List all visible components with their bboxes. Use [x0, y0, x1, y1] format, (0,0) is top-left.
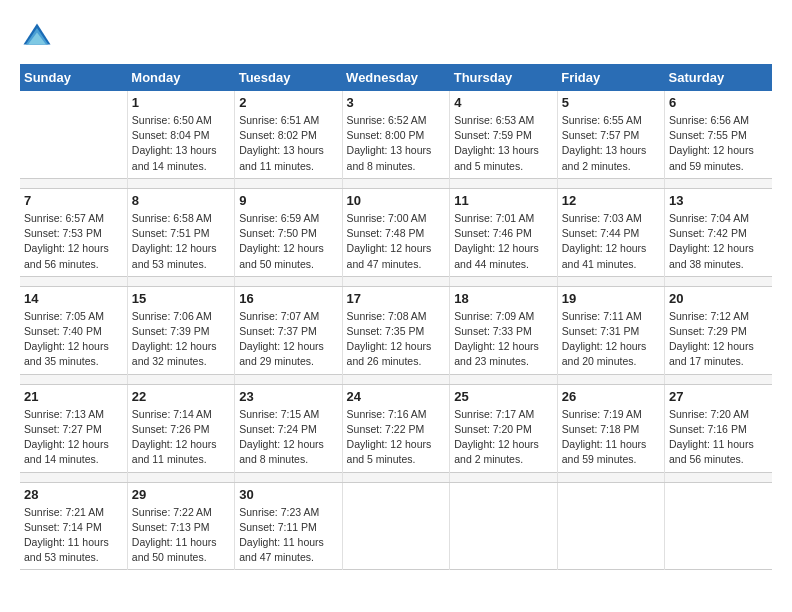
day-info: Sunrise: 7:05 AMSunset: 7:40 PMDaylight:… [24, 309, 123, 370]
calendar-cell: 26Sunrise: 7:19 AMSunset: 7:18 PMDayligh… [557, 384, 664, 472]
day-number: 12 [562, 193, 660, 208]
day-number: 20 [669, 291, 768, 306]
calendar-cell: 29Sunrise: 7:22 AMSunset: 7:13 PMDayligh… [127, 482, 234, 570]
calendar-cell: 22Sunrise: 7:14 AMSunset: 7:26 PMDayligh… [127, 384, 234, 472]
week-separator [20, 472, 772, 482]
day-number: 10 [347, 193, 446, 208]
day-number: 2 [239, 95, 337, 110]
day-number: 28 [24, 487, 123, 502]
day-number: 1 [132, 95, 230, 110]
day-number: 21 [24, 389, 123, 404]
day-info: Sunrise: 6:59 AMSunset: 7:50 PMDaylight:… [239, 211, 337, 272]
calendar-cell: 18Sunrise: 7:09 AMSunset: 7:33 PMDayligh… [450, 286, 557, 374]
day-info: Sunrise: 7:19 AMSunset: 7:18 PMDaylight:… [562, 407, 660, 468]
day-info: Sunrise: 7:23 AMSunset: 7:11 PMDaylight:… [239, 505, 337, 566]
day-number: 16 [239, 291, 337, 306]
calendar-cell: 28Sunrise: 7:21 AMSunset: 7:14 PMDayligh… [20, 482, 127, 570]
day-info: Sunrise: 7:03 AMSunset: 7:44 PMDaylight:… [562, 211, 660, 272]
calendar-cell: 20Sunrise: 7:12 AMSunset: 7:29 PMDayligh… [665, 286, 773, 374]
day-number: 9 [239, 193, 337, 208]
day-info: Sunrise: 7:12 AMSunset: 7:29 PMDaylight:… [669, 309, 768, 370]
day-info: Sunrise: 7:01 AMSunset: 7:46 PMDaylight:… [454, 211, 552, 272]
day-info: Sunrise: 6:55 AMSunset: 7:57 PMDaylight:… [562, 113, 660, 174]
calendar-cell: 7Sunrise: 6:57 AMSunset: 7:53 PMDaylight… [20, 188, 127, 276]
day-number: 5 [562, 95, 660, 110]
day-info: Sunrise: 7:04 AMSunset: 7:42 PMDaylight:… [669, 211, 768, 272]
calendar-cell: 19Sunrise: 7:11 AMSunset: 7:31 PMDayligh… [557, 286, 664, 374]
day-number: 24 [347, 389, 446, 404]
day-header-friday: Friday [557, 64, 664, 91]
day-number: 4 [454, 95, 552, 110]
logo [20, 20, 52, 54]
day-info: Sunrise: 6:58 AMSunset: 7:51 PMDaylight:… [132, 211, 230, 272]
day-number: 3 [347, 95, 446, 110]
week-row-4: 21Sunrise: 7:13 AMSunset: 7:27 PMDayligh… [20, 384, 772, 472]
calendar-cell: 23Sunrise: 7:15 AMSunset: 7:24 PMDayligh… [235, 384, 342, 472]
day-header-tuesday: Tuesday [235, 64, 342, 91]
calendar-cell: 1Sunrise: 6:50 AMSunset: 8:04 PMDaylight… [127, 91, 234, 178]
calendar-cell: 5Sunrise: 6:55 AMSunset: 7:57 PMDaylight… [557, 91, 664, 178]
calendar-cell [20, 91, 127, 178]
calendar-cell: 8Sunrise: 6:58 AMSunset: 7:51 PMDaylight… [127, 188, 234, 276]
calendar-table: SundayMondayTuesdayWednesdayThursdayFrid… [20, 64, 772, 570]
day-number: 6 [669, 95, 768, 110]
day-header-thursday: Thursday [450, 64, 557, 91]
calendar-cell: 13Sunrise: 7:04 AMSunset: 7:42 PMDayligh… [665, 188, 773, 276]
day-number: 30 [239, 487, 337, 502]
day-number: 25 [454, 389, 552, 404]
calendar-cell: 3Sunrise: 6:52 AMSunset: 8:00 PMDaylight… [342, 91, 450, 178]
day-info: Sunrise: 6:51 AMSunset: 8:02 PMDaylight:… [239, 113, 337, 174]
calendar-cell: 16Sunrise: 7:07 AMSunset: 7:37 PMDayligh… [235, 286, 342, 374]
day-info: Sunrise: 6:52 AMSunset: 8:00 PMDaylight:… [347, 113, 446, 174]
day-number: 13 [669, 193, 768, 208]
day-info: Sunrise: 7:21 AMSunset: 7:14 PMDaylight:… [24, 505, 123, 566]
calendar-cell: 6Sunrise: 6:56 AMSunset: 7:55 PMDaylight… [665, 91, 773, 178]
day-info: Sunrise: 7:22 AMSunset: 7:13 PMDaylight:… [132, 505, 230, 566]
week-separator [20, 178, 772, 188]
calendar-cell: 15Sunrise: 7:06 AMSunset: 7:39 PMDayligh… [127, 286, 234, 374]
day-number: 22 [132, 389, 230, 404]
day-number: 15 [132, 291, 230, 306]
calendar-header-row: SundayMondayTuesdayWednesdayThursdayFrid… [20, 64, 772, 91]
calendar-cell: 14Sunrise: 7:05 AMSunset: 7:40 PMDayligh… [20, 286, 127, 374]
week-row-1: 1Sunrise: 6:50 AMSunset: 8:04 PMDaylight… [20, 91, 772, 178]
day-info: Sunrise: 7:17 AMSunset: 7:20 PMDaylight:… [454, 407, 552, 468]
calendar-cell: 21Sunrise: 7:13 AMSunset: 7:27 PMDayligh… [20, 384, 127, 472]
week-row-5: 28Sunrise: 7:21 AMSunset: 7:14 PMDayligh… [20, 482, 772, 570]
calendar-cell [450, 482, 557, 570]
day-header-sunday: Sunday [20, 64, 127, 91]
day-info: Sunrise: 6:53 AMSunset: 7:59 PMDaylight:… [454, 113, 552, 174]
page-header [20, 20, 772, 54]
calendar-cell [557, 482, 664, 570]
day-info: Sunrise: 7:15 AMSunset: 7:24 PMDaylight:… [239, 407, 337, 468]
day-number: 14 [24, 291, 123, 306]
week-row-3: 14Sunrise: 7:05 AMSunset: 7:40 PMDayligh… [20, 286, 772, 374]
calendar-cell: 4Sunrise: 6:53 AMSunset: 7:59 PMDaylight… [450, 91, 557, 178]
day-header-saturday: Saturday [665, 64, 773, 91]
day-number: 8 [132, 193, 230, 208]
calendar-cell: 17Sunrise: 7:08 AMSunset: 7:35 PMDayligh… [342, 286, 450, 374]
logo-icon [22, 20, 52, 50]
day-info: Sunrise: 6:56 AMSunset: 7:55 PMDaylight:… [669, 113, 768, 174]
calendar-cell [665, 482, 773, 570]
calendar-cell: 30Sunrise: 7:23 AMSunset: 7:11 PMDayligh… [235, 482, 342, 570]
calendar-cell: 2Sunrise: 6:51 AMSunset: 8:02 PMDaylight… [235, 91, 342, 178]
day-number: 19 [562, 291, 660, 306]
calendar-cell: 12Sunrise: 7:03 AMSunset: 7:44 PMDayligh… [557, 188, 664, 276]
day-info: Sunrise: 7:08 AMSunset: 7:35 PMDaylight:… [347, 309, 446, 370]
day-number: 11 [454, 193, 552, 208]
day-info: Sunrise: 7:00 AMSunset: 7:48 PMDaylight:… [347, 211, 446, 272]
calendar-cell: 27Sunrise: 7:20 AMSunset: 7:16 PMDayligh… [665, 384, 773, 472]
day-info: Sunrise: 7:06 AMSunset: 7:39 PMDaylight:… [132, 309, 230, 370]
calendar-cell: 11Sunrise: 7:01 AMSunset: 7:46 PMDayligh… [450, 188, 557, 276]
day-info: Sunrise: 7:14 AMSunset: 7:26 PMDaylight:… [132, 407, 230, 468]
day-header-monday: Monday [127, 64, 234, 91]
day-number: 23 [239, 389, 337, 404]
day-info: Sunrise: 6:50 AMSunset: 8:04 PMDaylight:… [132, 113, 230, 174]
calendar-cell: 9Sunrise: 6:59 AMSunset: 7:50 PMDaylight… [235, 188, 342, 276]
calendar-cell [342, 482, 450, 570]
day-header-wednesday: Wednesday [342, 64, 450, 91]
calendar-cell: 10Sunrise: 7:00 AMSunset: 7:48 PMDayligh… [342, 188, 450, 276]
day-info: Sunrise: 7:13 AMSunset: 7:27 PMDaylight:… [24, 407, 123, 468]
day-info: Sunrise: 7:11 AMSunset: 7:31 PMDaylight:… [562, 309, 660, 370]
